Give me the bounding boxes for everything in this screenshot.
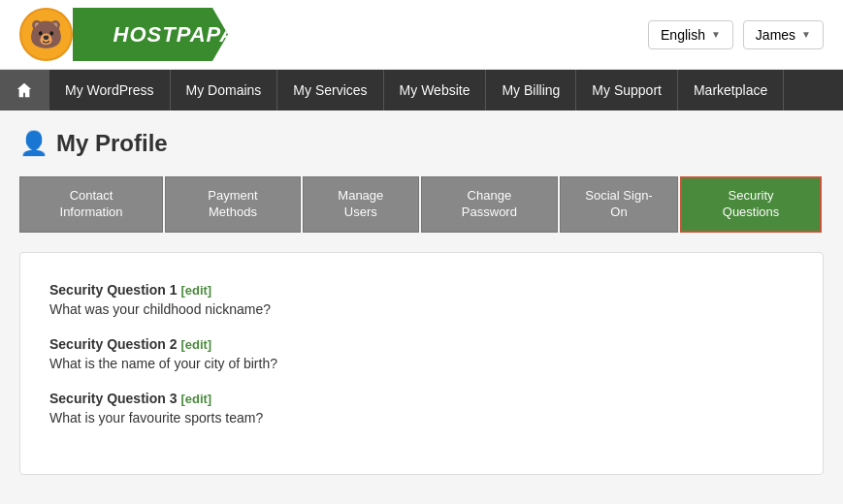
tab-payment-methods[interactable]: Payment Methods [165,176,301,233]
tab-manage-users[interactable]: Manage Users [303,176,419,233]
sq1-answer: What was your childhood nickname? [49,301,794,317]
logo-text: HOSTPAPA [113,22,237,47]
sq2-answer: What is the name of your city of birth? [49,356,794,371]
nav-my-services[interactable]: My Services [277,70,383,110]
page-title-area: 👤 My Profile [19,130,824,157]
page-title: My Profile [56,130,168,157]
sq2-label: Security Question 2 [edit] [49,336,794,352]
nav-marketplace[interactable]: Marketplace [678,70,784,110]
logo-banner: HOSTPAPA [73,8,228,61]
chevron-down-icon: ▼ [801,29,811,40]
tabs-container: Contact Information Payment Methods Mana… [19,176,824,233]
nav-my-wordpress[interactable]: My WordPress [49,70,171,110]
chevron-down-icon: ▼ [711,29,721,40]
sq3-edit-link[interactable]: [edit] [180,392,211,406]
top-header: 🐻 HOSTPAPA English ▼ James ▼ [0,0,843,70]
nav-my-website[interactable]: My Website [384,70,487,110]
sq1-label: Security Question 1 [edit] [49,282,794,298]
tab-social-sign-on[interactable]: Social Sign-On [560,176,678,233]
tab-change-password[interactable]: Change Password [421,176,558,233]
nav-my-domains[interactable]: My Domains [171,70,278,110]
nav-home[interactable] [0,70,49,110]
home-icon [16,81,33,99]
mascot-icon: 🐻 [19,8,73,61]
nav-my-billing[interactable]: My Billing [486,70,576,110]
tab-security-questions[interactable]: Security Questions [680,176,822,233]
tab-contact-information[interactable]: Contact Information [19,176,163,233]
logo-area: 🐻 HOSTPAPA [19,8,228,61]
sq2-edit-link[interactable]: [edit] [180,337,211,352]
user-label: James [756,27,795,43]
language-label: English [661,27,705,43]
security-questions-card: Security Question 1 [edit] What was your… [19,252,824,475]
user-icon: 👤 [19,130,49,157]
page-content: 👤 My Profile Contact Information Payment… [0,110,843,494]
nav-my-support[interactable]: My Support [576,70,678,110]
sq3-label: Security Question 3 [edit] [49,391,794,406]
header-right: English ▼ James ▼ [648,20,824,49]
user-dropdown[interactable]: James ▼ [743,20,824,49]
security-question-2: Security Question 2 [edit] What is the n… [49,336,794,371]
language-dropdown[interactable]: English ▼ [648,20,733,49]
security-question-1: Security Question 1 [edit] What was your… [49,282,794,317]
sq3-answer: What is your favourite sports team? [49,410,794,425]
security-question-3: Security Question 3 [edit] What is your … [49,391,794,425]
sq1-edit-link[interactable]: [edit] [180,283,211,298]
main-nav: My WordPress My Domains My Services My W… [0,70,843,110]
